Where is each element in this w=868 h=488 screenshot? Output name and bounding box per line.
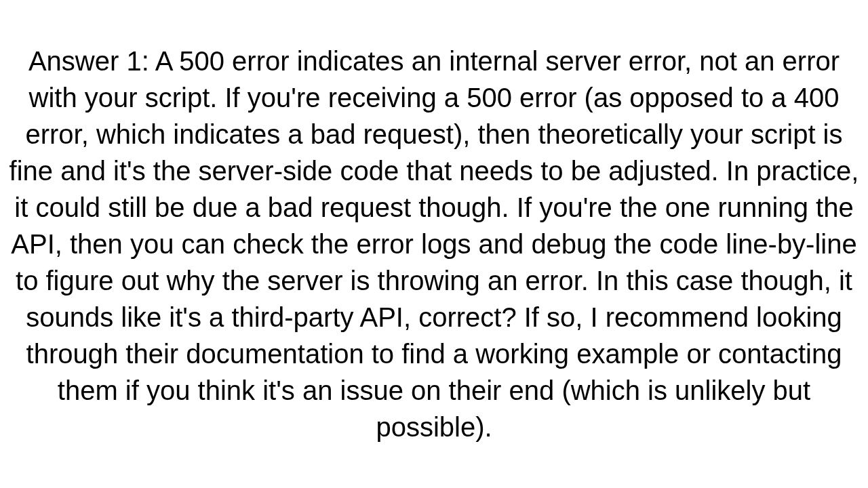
document-page: Answer 1: A 500 error indicates an inter… <box>0 0 868 488</box>
answer-body: A 500 error indicates an internal server… <box>9 46 859 442</box>
answer-paragraph: Answer 1: A 500 error indicates an inter… <box>7 43 861 445</box>
answer-label: Answer 1: <box>28 46 149 76</box>
